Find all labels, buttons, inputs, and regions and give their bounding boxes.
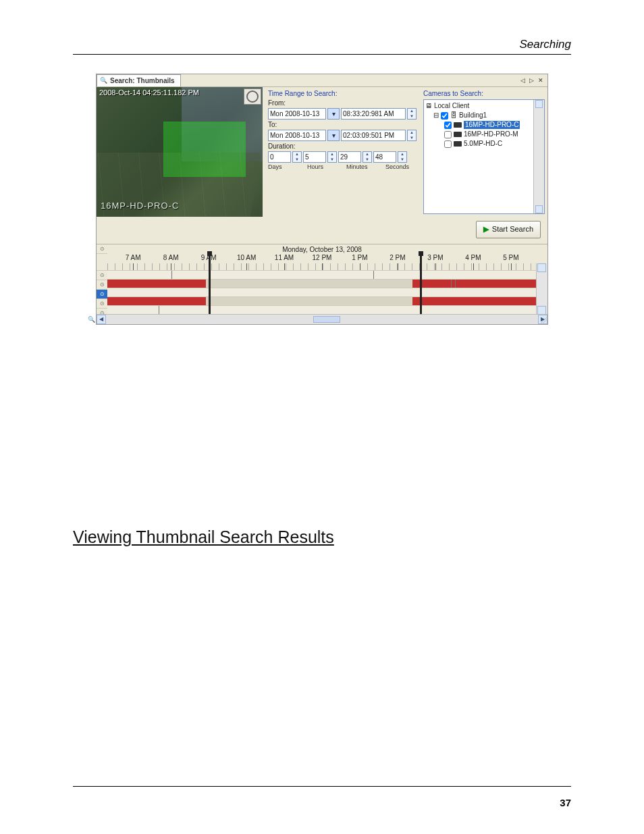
tree-cam2-label: 16MP-HD-PRO-M: [464, 130, 518, 138]
timeline-track[interactable]: [107, 279, 537, 288]
time-range-heading: Time Range to Search:: [268, 90, 417, 98]
to-label: To:: [268, 121, 417, 129]
timeline-track[interactable]: [107, 270, 537, 279]
timeline-hour-label: 7 AM: [126, 254, 141, 262]
site-checkbox[interactable]: [441, 112, 448, 120]
start-search-button[interactable]: ▶ Start Search: [476, 221, 541, 238]
gutter-track-2[interactable]: ⊙: [97, 280, 107, 290]
to-date-input[interactable]: Mon 2008-10-13: [268, 130, 326, 141]
play-icon: ▶: [483, 225, 489, 234]
preview-camera-label: 16MP-HD-PRO-C: [101, 201, 179, 211]
gutter-track-1[interactable]: ⊙: [97, 271, 107, 280]
from-time-input[interactable]: 08:33:20:981 AM: [341, 108, 406, 120]
chapter-header: Searching: [73, 38, 571, 51]
timeline-scale[interactable]: 7 AM8 AM9 AM10 AM11 AM12 PM1 PM2 PM3 PM4…: [107, 254, 537, 270]
gutter-header[interactable]: ⊙: [97, 244, 107, 254]
hours-unit: Hours: [307, 163, 334, 171]
cam2-checkbox[interactable]: [444, 131, 452, 138]
timeline-vscrollbar[interactable]: [536, 263, 547, 315]
cam3-checkbox[interactable]: [444, 140, 452, 148]
cameras-heading: Cameras to Search:: [423, 90, 545, 98]
tabbar-prev-icon[interactable]: ◁: [519, 77, 527, 84]
tree-cam3[interactable]: 5.0MP-HD-C: [425, 139, 543, 149]
tree-root-label: Local Client: [434, 102, 469, 110]
gutter-scale: [97, 254, 107, 271]
tree-scrollbar[interactable]: [533, 100, 544, 213]
tree-cam2[interactable]: 16MP-HD-PRO-M: [425, 130, 543, 139]
to-date-dropdown[interactable]: ▾: [327, 130, 340, 141]
hours-input[interactable]: 5: [303, 151, 326, 163]
time-range-panel: Time Range to Search: From: Mon 2008-10-…: [263, 87, 423, 217]
section-heading: Viewing Thumbnail Search Results: [73, 527, 571, 547]
timeline-gutter: ⊙ ⊙ ⊙ ⊙ ⊙ ⊙: [97, 244, 107, 315]
site-icon: 🗄: [450, 111, 457, 120]
from-label: From:: [268, 99, 417, 107]
tree-root[interactable]: 🖥 Local Client: [425, 101, 543, 111]
tabbar-close-icon[interactable]: ✕: [537, 77, 545, 84]
timeline: ⊙ ⊙ ⊙ ⊙ ⊙ ⊙ Monday, October 13, 2008 7 A…: [97, 244, 547, 324]
tree-site[interactable]: ⊟ 🗄 Building1: [425, 111, 543, 120]
expand-icon[interactable]: ⊟: [433, 111, 439, 120]
preview-timestamp: 2008-Oct-14 04:25:11.182 PM: [99, 88, 199, 97]
camera-icon: [454, 122, 462, 128]
tab-title: Search: Thumbnails: [110, 77, 175, 85]
timeline-hour-label: 11 AM: [275, 254, 294, 262]
gutter-track-4[interactable]: ⊙: [97, 299, 107, 309]
zoom-icon[interactable]: 🔍: [86, 315, 97, 324]
timeline-hour-label: 5 PM: [503, 254, 518, 262]
from-time-spinner[interactable]: ▲▼: [407, 108, 417, 120]
search-thumbnails-window: 🔍 Search: Thumbnails ◁ ▷ ✕ 2008-Oct-14 0…: [96, 74, 548, 325]
days-spinner[interactable]: ▲▼: [292, 151, 302, 163]
tree-cam1-label: 16MP-HD-PRO-C: [464, 121, 520, 129]
timeline-date: Monday, October 13, 2008: [107, 246, 537, 254]
scroll-thumb[interactable]: [313, 316, 340, 323]
seconds-input[interactable]: 48: [373, 151, 396, 163]
header-rule: [73, 54, 571, 55]
page-number: 37: [560, 797, 571, 808]
camera-tree[interactable]: 🖥 Local Client ⊟ 🗄 Building1 16: [423, 99, 545, 214]
seconds-unit: Seconds: [385, 163, 412, 171]
timeline-track[interactable]: [107, 296, 537, 305]
timeline-hour-label: 8 AM: [163, 254, 179, 262]
timeline-hour-label: 10 AM: [237, 254, 256, 262]
seconds-spinner[interactable]: ▲▼: [398, 151, 407, 163]
timeline-hour-label: 2 PM: [390, 254, 405, 262]
camera-icon: [454, 132, 462, 137]
timeline-hour-label: 1 PM: [352, 254, 367, 262]
timeline-hour-label: 9 AM: [201, 254, 217, 262]
tab-search-thumbnails[interactable]: 🔍 Search: Thumbnails: [97, 74, 181, 86]
to-time-spinner[interactable]: ▲▼: [407, 130, 417, 141]
minutes-input[interactable]: 29: [338, 151, 361, 163]
client-icon: 🖥: [425, 102, 432, 110]
tree-cam3-label: 5.0MP-HD-C: [464, 140, 502, 148]
tabbar-next-icon[interactable]: ▷: [528, 77, 535, 84]
resize-grip[interactable]: [538, 315, 547, 324]
days-input[interactable]: 0: [268, 151, 291, 163]
tree-site-label: Building1: [459, 111, 487, 120]
ptz-button[interactable]: [244, 88, 261, 105]
cameras-panel: Cameras to Search: 🖥 Local Client ⊟ 🗄 Bu…: [423, 87, 547, 217]
minutes-unit: Minutes: [346, 163, 373, 171]
duration-label: Duration:: [268, 142, 417, 151]
timeline-hour-label: 3 PM: [427, 254, 443, 262]
tree-cam1[interactable]: 16MP-HD-PRO-C: [425, 120, 543, 130]
hours-spinner[interactable]: ▲▼: [327, 151, 337, 163]
timeline-track[interactable]: [107, 305, 537, 314]
days-unit: Days: [268, 163, 295, 171]
timeline-hscrollbar[interactable]: 🔍 ◀ ▶: [97, 314, 547, 324]
footer-rule: [73, 786, 571, 787]
gutter-track-3[interactable]: ⊙: [97, 290, 107, 299]
motion-highlight: [164, 122, 245, 176]
from-date-input[interactable]: Mon 2008-10-13: [268, 108, 326, 120]
search-icon: 🔍: [100, 77, 107, 84]
scroll-left-icon[interactable]: ◀: [97, 315, 106, 324]
from-date-dropdown[interactable]: ▾: [327, 108, 340, 120]
video-preview[interactable]: 2008-Oct-14 04:25:11.182 PM 16MP-HD-PRO-…: [97, 87, 263, 217]
start-search-label: Start Search: [492, 225, 533, 234]
minutes-spinner[interactable]: ▲▼: [363, 151, 372, 163]
timeline-track[interactable]: [107, 288, 537, 296]
timeline-hour-label: 12 PM: [313, 254, 332, 262]
to-time-input[interactable]: 02:03:09:501 PM: [341, 130, 406, 141]
tab-bar: 🔍 Search: Thumbnails ◁ ▷ ✕: [97, 74, 547, 87]
cam1-checkbox[interactable]: [444, 122, 452, 129]
